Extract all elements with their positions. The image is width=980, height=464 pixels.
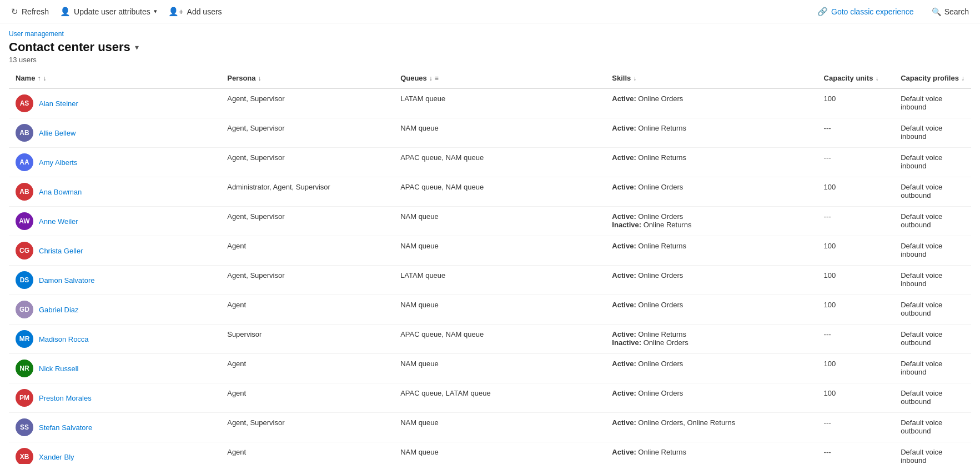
col-header-persona[interactable]: Persona ↓ — [220, 68, 394, 88]
user-queues: NAM queue — [394, 236, 605, 266]
page-title-chevron-icon[interactable]: ▾ — [135, 43, 139, 52]
user-queues: LATAM queue — [394, 88, 605, 118]
user-capacity-profiles: Default voice outbound — [894, 295, 971, 325]
user-name[interactable]: Xander Bly — [39, 453, 74, 461]
col-header-capacity-units[interactable]: Capacity units ↓ — [817, 68, 894, 88]
search-icon: 🔍 — [932, 7, 941, 16]
user-name[interactable]: Ana Bowman — [39, 188, 82, 196]
user-name[interactable]: Nick Russell — [39, 365, 79, 373]
toolbar: ↻ Refresh 👤 Update user attributes ▾ 👤+ … — [0, 0, 980, 23]
user-skills: Active: Online ReturnsInactive: Online O… — [605, 325, 817, 354]
user-skills: Active: Online Orders — [605, 266, 817, 295]
user-capacity-profiles: Default voice outbound — [894, 413, 971, 442]
user-queues: APAC queue, NAM queue — [394, 148, 605, 177]
page-header: User management Contact center users ▾ 1… — [0, 23, 980, 68]
user-name[interactable]: Damon Salvatore — [39, 276, 94, 285]
user-persona: Agent — [220, 442, 394, 465]
user-cell: GD Gabriel Diaz — [16, 301, 214, 318]
user-name[interactable]: Allie Bellew — [39, 129, 76, 137]
users-tbody: AS Alan Steiner Agent, SupervisorLATAM q… — [9, 88, 971, 464]
page-title-row: Contact center users ▾ — [9, 40, 971, 54]
toolbar-right: 🔗 Goto classic experience 🔍 Search — [813, 4, 973, 19]
user-skills: Active: Online Orders — [605, 88, 817, 118]
user-name[interactable]: Amy Alberts — [39, 158, 77, 167]
user-skills: Active: Online Returns — [605, 236, 817, 266]
user-cell: CG Christa Geller — [16, 242, 214, 260]
user-skills: Active: Online Returns — [605, 442, 817, 465]
user-name[interactable]: Christa Geller — [39, 247, 83, 255]
refresh-button[interactable]: ↻ Refresh — [7, 4, 53, 19]
user-name[interactable]: Alan Steiner — [39, 99, 78, 108]
user-capacity-units: 100 — [817, 295, 894, 325]
avatar: AB — [16, 183, 33, 201]
queues-sort-icon: ↓ — [429, 74, 433, 82]
user-cell: AB Ana Bowman — [16, 183, 214, 201]
user-cell: AS Alan Steiner — [16, 94, 214, 112]
sort-desc-icon: ↓ — [43, 74, 46, 82]
user-cell: NR Nick Russell — [16, 360, 214, 377]
user-capacity-units: 100 — [817, 177, 894, 207]
queues-filter-icon[interactable]: ≡ — [435, 74, 439, 82]
capacity-profiles-sort-icon: ↓ — [961, 74, 964, 82]
user-name[interactable]: Anne Weiler — [39, 217, 78, 226]
user-skills: Active: Online OrdersInactive: Online Re… — [605, 207, 817, 236]
user-capacity-units: --- — [817, 207, 894, 236]
user-capacity-units: --- — [817, 413, 894, 442]
avatar: CG — [16, 242, 33, 260]
user-persona: Agent, Supervisor — [220, 207, 394, 236]
col-header-name[interactable]: Name ↑ ↓ — [9, 68, 220, 88]
user-capacity-profiles: Default voice outbound — [894, 325, 971, 354]
user-capacity-units: --- — [817, 442, 894, 465]
user-persona: Agent — [220, 383, 394, 413]
avatar: AB — [16, 124, 33, 142]
avatar: AA — [16, 153, 33, 171]
user-name[interactable]: Gabriel Diaz — [39, 306, 79, 314]
user-capacity-units: 100 — [817, 266, 894, 295]
user-capacity-profiles: Default voice inbound — [894, 148, 971, 177]
avatar: NR — [16, 360, 33, 377]
user-persona: Agent, Supervisor — [220, 88, 394, 118]
user-skills: Active: Online Orders — [605, 383, 817, 413]
refresh-label: Refresh — [22, 7, 49, 16]
col-header-capacity-profiles[interactable]: Capacity profiles ↓ — [894, 68, 971, 88]
user-name[interactable]: Preston Morales — [39, 394, 92, 402]
user-capacity-profiles: Default voice outbound — [894, 177, 971, 207]
user-name[interactable]: Madison Rocca — [39, 335, 89, 343]
user-capacity-units: 100 — [817, 88, 894, 118]
user-queues: APAC queue, NAM queue — [394, 325, 605, 354]
user-persona: Supervisor — [220, 325, 394, 354]
user-cell: AW Anne Weiler — [16, 212, 214, 230]
user-capacity-profiles: Default voice inbound — [894, 236, 971, 266]
col-header-skills[interactable]: Skills ↓ — [605, 68, 817, 88]
update-user-attributes-button[interactable]: 👤 Update user attributes ▾ — [56, 4, 162, 19]
user-cell: DS Damon Salvatore — [16, 271, 214, 289]
add-users-label: Add users — [187, 7, 222, 16]
add-users-button[interactable]: 👤+ Add users — [164, 4, 227, 19]
update-user-icon: 👤 — [60, 7, 71, 17]
table-row: AS Alan Steiner Agent, SupervisorLATAM q… — [9, 88, 971, 118]
user-queues: NAM queue — [394, 413, 605, 442]
user-capacity-profiles: Default voice outbound — [894, 207, 971, 236]
user-persona: Agent, Supervisor — [220, 118, 394, 148]
update-user-label: Update user attributes — [74, 7, 150, 16]
goto-classic-button[interactable]: 🔗 Goto classic experience — [813, 4, 918, 19]
user-persona: Agent, Supervisor — [220, 413, 394, 442]
user-name[interactable]: Stefan Salvatore — [39, 423, 92, 432]
user-persona: Agent, Supervisor — [220, 266, 394, 295]
breadcrumb[interactable]: User management — [9, 30, 971, 38]
page-title: Contact center users — [9, 40, 130, 54]
user-cell: AA Amy Alberts — [16, 153, 214, 171]
user-capacity-units: --- — [817, 148, 894, 177]
table-row: AW Anne Weiler Agent, SupervisorNAM queu… — [9, 207, 971, 236]
avatar: AW — [16, 212, 33, 230]
avatar: GD — [16, 301, 33, 318]
user-cell: MR Madison Rocca — [16, 330, 214, 348]
avatar: SS — [16, 418, 33, 436]
col-header-queues[interactable]: Queues ↓ ≡ — [394, 68, 605, 88]
table-row: GD Gabriel Diaz AgentNAM queueActive: On… — [9, 295, 971, 325]
user-queues: NAM queue — [394, 442, 605, 465]
user-skills: Active: Online Orders — [605, 354, 817, 383]
avatar: PM — [16, 389, 33, 407]
search-button[interactable]: 🔍 Search — [927, 5, 973, 18]
user-capacity-profiles: Default voice inbound — [894, 88, 971, 118]
